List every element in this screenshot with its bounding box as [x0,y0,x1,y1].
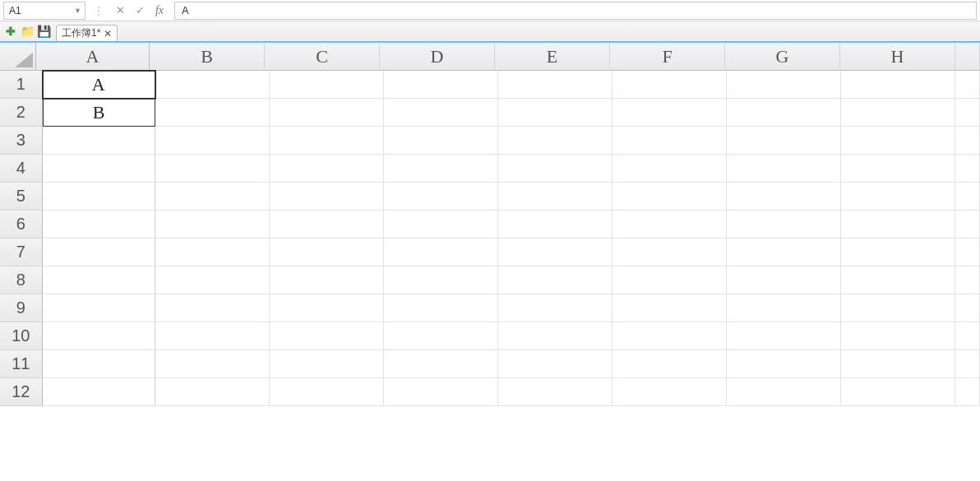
cell-C8[interactable] [270,266,384,294]
cell-H1[interactable] [841,71,955,99]
name-box-dropdown-icon[interactable]: ▼ [74,7,81,15]
cell-F8[interactable] [612,266,727,294]
cell-G3[interactable] [727,127,841,155]
cell-extra-6[interactable] [955,210,980,238]
cell-A2[interactable]: B [43,99,155,127]
cell-E3[interactable] [498,127,612,155]
row-header-11[interactable]: 11 [0,350,43,378]
cell-E10[interactable] [498,322,612,350]
cell-C5[interactable] [270,183,384,210]
cell-F10[interactable] [612,322,727,350]
row-header-7[interactable]: 7 [0,238,43,266]
cell-H9[interactable] [841,294,955,322]
insert-function-button[interactable]: fx [151,2,168,19]
cell-extra-12[interactable] [955,378,980,406]
open-folder-button[interactable]: 📁 [20,24,35,39]
cell-D1[interactable] [384,71,498,99]
cell-F6[interactable] [612,210,727,238]
row-header-8[interactable]: 8 [0,266,43,294]
cell-A5[interactable] [43,183,155,210]
row-header-6[interactable]: 6 [0,210,43,238]
cell-F12[interactable] [612,378,727,406]
column-header-E[interactable]: E [495,43,610,71]
select-all-corner[interactable] [0,43,36,71]
add-workbook-button[interactable]: ✚ [3,24,18,39]
cell-E9[interactable] [498,294,612,322]
cell-E12[interactable] [498,378,612,406]
cell-B11[interactable] [155,350,270,378]
row-header-1[interactable]: 1 [0,71,43,99]
cell-D3[interactable] [384,127,498,155]
cell-extra-2[interactable] [955,99,980,127]
cell-B6[interactable] [155,210,270,238]
cell-D7[interactable] [384,238,498,266]
cell-B12[interactable] [155,378,270,406]
cell-extra-5[interactable] [955,183,980,210]
workbook-tab[interactable]: 工作簿1* ✕ [56,25,118,41]
column-header-A[interactable]: A [36,43,150,71]
cell-E5[interactable] [498,183,612,210]
cell-G4[interactable] [727,155,841,183]
cell-A8[interactable] [43,266,155,294]
cell-A10[interactable] [43,322,155,350]
save-button[interactable]: 💾 [36,24,51,39]
cell-D12[interactable] [384,378,498,406]
cell-F1[interactable] [612,71,727,99]
column-header-F[interactable]: F [610,43,725,71]
cell-H7[interactable] [841,238,955,266]
cell-C12[interactable] [270,378,384,406]
cell-C10[interactable] [270,322,384,350]
cell-D5[interactable] [384,183,498,210]
row-header-2[interactable]: 2 [0,99,43,127]
cell-H4[interactable] [841,155,955,183]
cell-H10[interactable] [841,322,955,350]
cell-D10[interactable] [384,322,498,350]
cell-C2[interactable] [270,99,384,127]
cell-extra-4[interactable] [955,155,980,183]
cell-B10[interactable] [155,322,270,350]
cell-A3[interactable] [43,127,155,155]
cell-D2[interactable] [384,99,498,127]
cell-G8[interactable] [727,266,841,294]
cell-G7[interactable] [727,238,841,266]
cell-extra-3[interactable] [955,127,980,155]
cell-C11[interactable] [270,350,384,378]
cell-E1[interactable] [498,71,612,99]
cell-A7[interactable] [43,238,155,266]
cell-F7[interactable] [612,238,727,266]
cell-F5[interactable] [612,183,727,210]
cell-D9[interactable] [384,294,498,322]
cell-B8[interactable] [155,266,270,294]
cell-extra-10[interactable] [955,322,980,350]
cell-G2[interactable] [727,99,841,127]
cell-B3[interactable] [155,127,270,155]
cancel-formula-button[interactable]: ✕ [112,2,128,19]
cell-H12[interactable] [841,378,955,406]
cell-extra-1[interactable] [955,71,980,99]
cell-G1[interactable] [727,71,841,99]
row-header-5[interactable]: 5 [0,183,43,210]
cell-E11[interactable] [498,350,612,378]
column-header-C[interactable]: C [265,43,380,71]
cell-F4[interactable] [612,155,727,183]
cell-A11[interactable] [43,350,155,378]
cell-E8[interactable] [498,266,612,294]
cell-C3[interactable] [270,127,384,155]
cell-A6[interactable] [43,210,155,238]
cell-A9[interactable] [43,294,155,322]
cell-extra-11[interactable] [955,350,980,378]
cell-C7[interactable] [270,238,384,266]
row-header-9[interactable]: 9 [0,294,43,322]
row-header-12[interactable]: 12 [0,378,43,406]
row-header-10[interactable]: 10 [0,322,43,350]
cell-E4[interactable] [498,155,612,183]
cell-G12[interactable] [727,378,841,406]
cell-extra-7[interactable] [955,238,980,266]
cell-E6[interactable] [498,210,612,238]
cell-B5[interactable] [155,183,270,210]
row-header-3[interactable]: 3 [0,127,43,155]
cell-A1[interactable]: A [43,71,155,99]
cell-extra-8[interactable] [955,266,980,294]
cell-C4[interactable] [270,155,384,183]
cell-C9[interactable] [270,294,384,322]
